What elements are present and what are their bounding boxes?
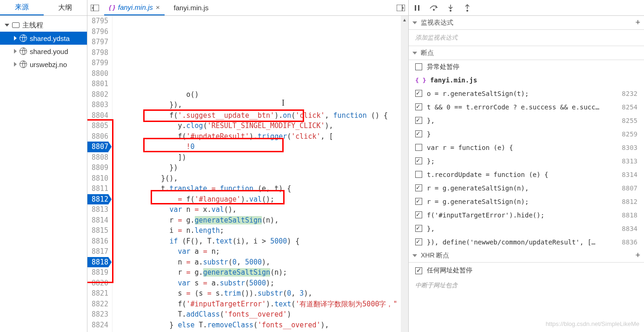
line-number[interactable]: 8804 bbox=[87, 110, 108, 121]
checkbox-icon[interactable] bbox=[415, 211, 422, 218]
breakpoint-row[interactable]: o = r.generateSaltSign(t);8232 bbox=[409, 87, 644, 100]
xhr-header[interactable]: XHR 断点 + bbox=[409, 249, 644, 263]
breakpoint-row[interactable]: t.recordUpdate = function (e) {8314 bbox=[409, 168, 644, 181]
line-number[interactable]: 8823 bbox=[87, 309, 108, 320]
code-line[interactable]: f('#updateResult').trigger('click', [ bbox=[119, 131, 401, 142]
line-number[interactable]: 8824 bbox=[87, 320, 108, 331]
breakpoint-row[interactable]: t && 0 == t.errorCode ? e.success && e.s… bbox=[409, 100, 644, 114]
tree-item[interactable]: shared.ydsta bbox=[0, 32, 87, 45]
checkbox-icon[interactable] bbox=[415, 63, 422, 70]
line-number[interactable]: 8801 bbox=[87, 79, 108, 89]
code-line[interactable]: f('#inputTargetError').text('有道翻译字数限制为50… bbox=[119, 299, 401, 310]
line-number[interactable]: 8809 bbox=[87, 163, 108, 173]
checkbox-icon[interactable] bbox=[415, 198, 422, 205]
code-line[interactable]: } else T.removeClass('fonts__overed'), bbox=[119, 320, 401, 331]
code-body[interactable]: I o() }), f('.suggest__update__btn').on(… bbox=[113, 16, 401, 332]
breakpoint-row[interactable]: r = g.generateSaltSign(n),8807 bbox=[409, 181, 644, 195]
line-number[interactable]: 8821 bbox=[87, 288, 108, 299]
code-line[interactable]: r = g.generateSaltSign(n), bbox=[119, 215, 401, 226]
line-number[interactable]: 8805 bbox=[87, 121, 108, 131]
breakpoint-row[interactable]: }), define('newweb/common/updateResult',… bbox=[409, 235, 644, 249]
breakpoint-row[interactable]: };8313 bbox=[409, 154, 644, 168]
breakpoints-header[interactable]: 断点 bbox=[409, 46, 644, 60]
xhr-any-url[interactable]: 任何网址处暂停 bbox=[409, 263, 644, 278]
tree-item[interactable]: shared.youd bbox=[0, 45, 87, 58]
step-over-icon[interactable] bbox=[429, 3, 438, 13]
checkbox-icon[interactable] bbox=[415, 90, 422, 97]
code-scrollbar[interactable]: ▴ bbox=[401, 16, 408, 332]
code-line[interactable]: var a = n; bbox=[119, 246, 401, 257]
line-gutter[interactable]: 8795879687978798879988008801880288038804… bbox=[87, 16, 113, 332]
scroll-up-icon[interactable]: ▴ bbox=[401, 16, 408, 23]
checkbox-icon[interactable] bbox=[415, 184, 422, 191]
code-line[interactable]: var s = a.substr(5000); bbox=[119, 278, 401, 289]
breakpoint-row[interactable]: var r = function (e) {8303 bbox=[409, 141, 644, 154]
line-number[interactable]: 8820 bbox=[87, 278, 108, 289]
code-line[interactable]: t.translate = function (e, t) { bbox=[119, 183, 401, 194]
line-number[interactable]: 8806 bbox=[87, 131, 108, 142]
line-number[interactable]: 8800 bbox=[87, 68, 108, 79]
checkbox-icon[interactable] bbox=[415, 238, 422, 245]
code-line[interactable]: f('.suggest__update__btn').on('click', f… bbox=[119, 110, 401, 121]
tree-root[interactable]: 主线程 bbox=[0, 19, 87, 32]
line-number[interactable]: 8797 bbox=[87, 37, 108, 47]
line-number[interactable]: 8818 bbox=[87, 257, 108, 268]
code-line[interactable]: ]) bbox=[119, 152, 401, 163]
code-line[interactable]: _ = f('#language').val(); bbox=[119, 194, 401, 205]
code-line[interactable]: y.clog('RESULT_SINGEL_MODIFY_CLICK'), bbox=[119, 121, 401, 131]
code-line[interactable]: o() bbox=[119, 89, 401, 100]
watch-header[interactable]: 监视表达式 + bbox=[409, 16, 644, 30]
tree-item[interactable]: urswebzj.no bbox=[0, 58, 87, 71]
breakpoint-row[interactable]: },8834 bbox=[409, 222, 644, 235]
breakpoint-row[interactable]: }8259 bbox=[409, 127, 644, 141]
code-line[interactable]: }), bbox=[119, 100, 401, 110]
checkbox-icon[interactable] bbox=[415, 157, 422, 164]
breakpoint-row[interactable]: r = g.generateSaltSign(n);8812 bbox=[409, 195, 644, 208]
code-line[interactable]: r = g.generateSaltSign(n); bbox=[119, 267, 401, 278]
watch-placeholder[interactable]: 添加监视表达式 bbox=[409, 30, 644, 46]
add-xhr-icon[interactable]: + bbox=[635, 251, 640, 260]
tab-source[interactable]: 来源 bbox=[0, 0, 44, 15]
code-line[interactable]: s = (s = s.trim()).substr(0, 3), bbox=[119, 288, 401, 299]
checkbox-icon[interactable] bbox=[415, 117, 422, 124]
checkbox-icon[interactable] bbox=[415, 144, 422, 151]
toggle-sidebar-icon[interactable] bbox=[90, 3, 100, 13]
add-watch-icon[interactable]: + bbox=[635, 18, 640, 27]
more-tabs-icon[interactable] bbox=[396, 3, 405, 13]
line-number[interactable]: 8803 bbox=[87, 100, 108, 110]
code-line[interactable]: }(), bbox=[119, 173, 401, 184]
line-number[interactable]: 8815 bbox=[87, 225, 108, 236]
line-number[interactable]: 8811 bbox=[87, 183, 108, 194]
checkbox-icon[interactable] bbox=[415, 171, 422, 178]
code-line[interactable]: if (F(), T.text(i), i > 5000) { bbox=[119, 236, 401, 247]
checkbox-icon[interactable] bbox=[415, 130, 422, 137]
line-number[interactable]: 8802 bbox=[87, 89, 108, 100]
code-line[interactable]: var n = x.val(), bbox=[119, 204, 401, 215]
pause-on-exceptions[interactable]: 异常处暂停 bbox=[409, 60, 644, 74]
step-into-icon[interactable] bbox=[446, 3, 455, 13]
line-number[interactable]: 8816 bbox=[87, 236, 108, 247]
line-number[interactable]: 8817 bbox=[87, 246, 108, 257]
checkbox-icon[interactable] bbox=[415, 267, 422, 274]
file-tab-active[interactable]: { } fanyi.min.js × bbox=[104, 0, 165, 15]
code-line[interactable]: f('#inputTargetError').hide(); bbox=[119, 330, 401, 332]
line-number[interactable]: 8819 bbox=[87, 267, 108, 278]
line-number[interactable]: 8799 bbox=[87, 58, 108, 68]
code-line[interactable]: n = a.substr(0, 5000), bbox=[119, 257, 401, 268]
line-number[interactable]: 8810 bbox=[87, 173, 108, 184]
breakpoint-row[interactable]: f('#inputTargetError').hide();8818 bbox=[409, 208, 644, 222]
pause-icon[interactable] bbox=[412, 3, 422, 13]
checkbox-icon[interactable] bbox=[415, 103, 422, 110]
step-out-icon[interactable] bbox=[463, 3, 472, 13]
line-number[interactable]: 8814 bbox=[87, 215, 108, 226]
line-number[interactable]: 8822 bbox=[87, 299, 108, 310]
checkbox-icon[interactable] bbox=[415, 225, 422, 232]
code-line[interactable]: i = n.length; bbox=[119, 225, 401, 236]
breakpoint-row[interactable]: },8255 bbox=[409, 114, 644, 127]
line-number[interactable]: 8795 bbox=[87, 16, 108, 27]
line-number[interactable]: 8808 bbox=[87, 152, 108, 163]
code-line[interactable]: !0 bbox=[119, 142, 401, 152]
line-number[interactable]: 8807 bbox=[87, 142, 108, 152]
line-number[interactable]: 8812 bbox=[87, 194, 108, 205]
tab-outline[interactable]: 大纲 bbox=[44, 0, 87, 15]
